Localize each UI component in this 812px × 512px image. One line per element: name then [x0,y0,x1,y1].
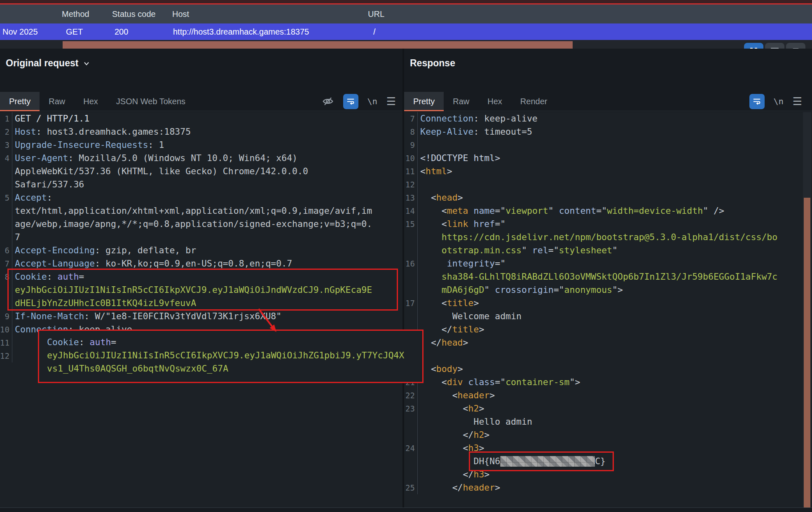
code-text: otstrap.min.css" rel="stylesheet" [418,244,618,257]
code-text [12,349,15,362]
tab-raw[interactable]: Raw [40,92,74,111]
line-number: 9 [0,310,12,323]
line-number: 2 [0,125,12,138]
code-line[interactable]: 13 <head> [404,191,812,204]
code-line[interactable]: eyJhbGciOiJIUzI1NiIsInR5cCI6IkpXVCJ9.eyJ… [44,349,422,362]
code-line[interactable]: 22 <header> [404,389,812,402]
soft-wrap-button[interactable] [749,94,765,109]
code-segment: Accept [15,192,47,203]
code-line[interactable]: https://cdn.jsdelivr.net/npm/bootstrap@5… [404,231,812,244]
code-line[interactable]: mDA6j6gD" crossorigin="anonymous"> [404,283,812,297]
code-segment [420,258,447,269]
code-line[interactable]: 10<!DOCTYPE html> [404,152,812,165]
column-url[interactable]: URL [368,5,384,23]
code-segment: 7 [15,232,20,242]
code-line[interactable]: Cookie: auth= [44,336,422,349]
code-segment: = [495,206,500,216]
code-line[interactable]: 21 <div class="container-sm"> [404,376,812,389]
row-url: / [373,23,376,40]
chevron-down-icon [82,59,91,68]
code-segment: " [554,245,559,255]
code-line[interactable]: 20 <body> [404,362,812,376]
column-status-code[interactable]: Status code [112,5,156,23]
column-host[interactable]: Host [172,5,189,23]
code-line[interactable]: 6Accept-Encoding: gzip, deflate, br [0,244,402,257]
code-line[interactable]: </title> [404,323,812,336]
code-line[interactable]: sha384-GLhlTQ8iRABdZLl6O3oVMWSktQOp6b7In… [404,270,812,283]
code-line[interactable]: 7Connection: keep-alive [404,112,812,125]
code-line[interactable]: 25 </header> [404,481,812,494]
code-line[interactable]: otstrap.min.css" rel="stylesheet" [404,244,812,257]
code-segment: rel [532,245,548,255]
history-row-selected[interactable]: Nov 2025 GET 200 http://host3.dreamhack.… [0,23,812,40]
code-line[interactable]: 9 [404,138,812,152]
code-line[interactable]: Hello admin [404,415,812,428]
code-segment: > [473,298,479,308]
code-line[interactable]: Safari/537.36 [0,178,402,191]
code-segment: GET / HTTP/1.1 [15,113,89,124]
code-line[interactable]: 18 </head> [404,336,812,349]
editor-menu-icon[interactable]: ☰ [793,96,802,107]
code-segment: </ [420,324,452,334]
code-text: Host: host3.dreamhack.games:18375 [12,125,191,138]
code-line[interactable]: 23 <h2> [404,402,812,415]
code-segment: < [420,298,447,308]
code-line[interactable]: </h2> [404,428,812,442]
code-segment: : [95,258,105,269]
response-scrollbar-track[interactable] [803,112,811,507]
code-line[interactable]: 9If-None-Match: W/"1e8-IE0FCIRv3tYdVdl73… [0,310,402,323]
code-line[interactable]: 5Accept: [0,191,402,204]
code-line[interactable]: 8Keep-Alive: timeout=5 [404,125,812,138]
code-line[interactable]: Welcome admin [404,310,812,323]
code-segment: body [436,364,458,374]
line-number: 11 [404,165,418,178]
code-line[interactable]: vs1_U4Ths0AQSGH_o6bqtNvQswzx0C_67A [44,362,422,375]
code-line[interactable]: 4User-Agent: Mozilla/5.0 (Windows NT 10.… [0,152,402,165]
tab-hex[interactable]: Hex [74,92,107,111]
tab-json-web-tokens[interactable]: JSON Web Tokens [107,92,194,111]
hide-eye-off-icon[interactable] [322,95,334,108]
code-segment: ko-KR,ko;q=0.9,en-US;q=0.8,en;q=0.7 [105,258,292,269]
code-line[interactable]: 19 [404,349,812,362]
code-segment: < [420,443,468,453]
tab-pretty[interactable]: Pretty [404,92,444,111]
tab-raw[interactable]: Raw [444,92,478,111]
code-segment: integrity [447,258,495,269]
code-line[interactable]: 11<html> [404,165,812,178]
tab-hex[interactable]: Hex [478,92,511,111]
tab-pretty[interactable]: Pretty [0,92,40,111]
code-line[interactable]: 15 <link href=" [404,217,812,231]
request-panel-title[interactable]: Original request [6,58,91,69]
line-number [0,165,12,178]
code-line[interactable]: 12 [404,178,812,191]
line-number: 10 [0,323,12,336]
tab-render[interactable]: Render [511,92,557,111]
editor-menu-icon[interactable]: ☰ [386,96,396,107]
code-segment: " [500,219,505,229]
response-scrollbar-thumb[interactable] [804,198,810,507]
code-line[interactable]: 17 <title> [404,297,812,310]
code-line[interactable]: 7 [0,231,402,244]
show-newlines-toggle[interactable]: \n [367,96,377,106]
line-number: 9 [404,138,418,152]
code-line[interactable]: 14 <meta name="viewport" content="width=… [404,204,812,217]
code-line[interactable]: 1GET / HTTP/1.1 [0,112,402,125]
code-line[interactable]: 2Host: host3.dreamhack.games:18375 [0,125,402,138]
code-segment: auth [90,337,111,347]
response-editor[interactable]: 7Connection: keep-alive8Keep-Alive: time… [404,112,812,507]
code-line[interactable]: 16 integrity=" [404,257,812,270]
code-segment: < [420,390,458,400]
show-newlines-toggle[interactable]: \n [774,96,784,106]
code-text: <link href=" [418,217,505,231]
code-line[interactable]: AppleWebKit/537.36 (KHTML, like Gecko) C… [0,165,402,178]
code-segment: class [468,377,495,387]
column-method[interactable]: Method [62,5,89,23]
code-text: Cookie: auth= [44,336,116,349]
code-line[interactable]: 3Upgrade-Insecure-Requests: 1 [0,138,402,152]
code-segment: Accept-Language [15,258,95,269]
soft-wrap-button[interactable] [343,94,358,109]
code-line[interactable]: age/webp,image/apng,*/*;q=0.8,applicatio… [0,217,402,231]
code-segment: < [420,206,447,216]
code-text: https://cdn.jsdelivr.net/npm/bootstrap@5… [418,231,777,244]
code-line[interactable]: text/html,application/xhtml+xml,applicat… [0,204,402,217]
